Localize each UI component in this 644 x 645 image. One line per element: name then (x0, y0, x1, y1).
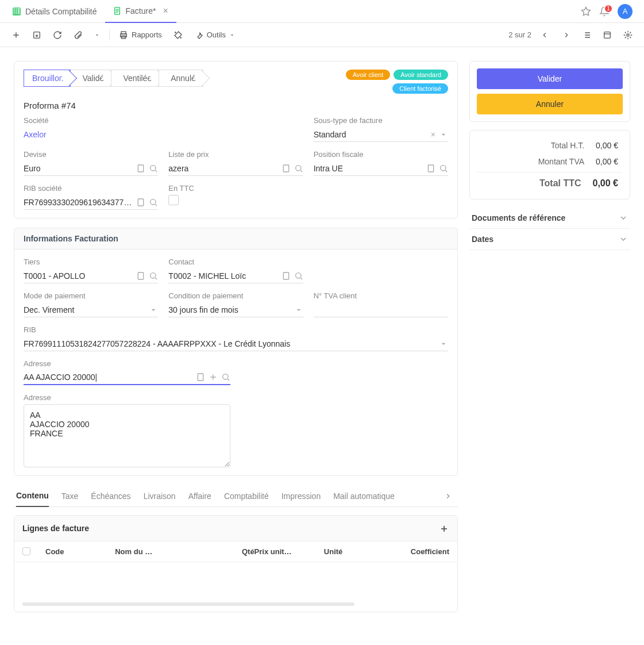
en-ttc-checkbox[interactable] (168, 195, 179, 205)
doc-icon[interactable] (426, 164, 435, 173)
mode-select[interactable]: Dec. Virement (24, 302, 158, 317)
pager-prev[interactable] (536, 28, 553, 43)
status-ventilee[interactable]: Ventilée (111, 70, 159, 87)
cond-select[interactable]: 30 jours fin de mois (168, 302, 303, 317)
societe-value[interactable]: Axelor (24, 127, 303, 142)
svg-rect-17 (138, 272, 144, 279)
notifications-button[interactable]: 1 (599, 6, 610, 17)
contact-input[interactable]: T0002 - MICHEL Loïc (168, 268, 303, 283)
more-dropdown[interactable] (90, 29, 105, 41)
pager: 2 sur 2 (508, 28, 575, 43)
status-brouillon[interactable]: Brouillon (24, 70, 71, 87)
chevron-down-icon (229, 32, 235, 38)
cond-label: Condition de paiement (168, 291, 303, 300)
search-icon[interactable] (221, 373, 230, 382)
position-input[interactable]: Intra UE (314, 161, 448, 176)
svg-rect-19 (283, 272, 288, 279)
doc-icon[interactable] (136, 164, 145, 173)
badges: Avoir client Avoir standard Client facto… (299, 70, 448, 94)
accordion-documents[interactable]: Documents de référence (469, 208, 630, 229)
total-tva-value: 0,00 € (596, 157, 618, 166)
search-icon[interactable] (294, 271, 303, 281)
annuler-button[interactable]: Annuler (477, 94, 623, 114)
status-steps: Brouillon Validé Ventilée Annulé (24, 70, 203, 87)
avatar[interactable]: A (618, 4, 633, 19)
doc-icon[interactable] (281, 164, 291, 173)
doc-icon[interactable] (281, 271, 291, 281)
status-annule[interactable]: Annulé (159, 70, 203, 87)
reports-button[interactable]: Rapports (114, 27, 167, 43)
tools-dropdown[interactable]: Outils (190, 27, 240, 43)
societe-label: Société (24, 116, 303, 125)
add-line-button[interactable]: ＋ (439, 521, 449, 535)
position-label: Position fiscale (314, 150, 448, 159)
rib-soc-input[interactable]: FR76993330209619634377… (24, 195, 158, 210)
tab-facture[interactable]: Facture* × (105, 0, 176, 23)
search-icon[interactable] (149, 198, 158, 207)
gear-icon (623, 30, 633, 40)
doc-icon[interactable] (196, 373, 205, 382)
form-view-button[interactable] (598, 27, 616, 43)
adresse-textarea[interactable]: AA AJACCIO 20000 FRANCE (24, 404, 230, 467)
badge-client-factorise[interactable]: Client factorisé (392, 83, 448, 94)
subtab-affaire[interactable]: Affaire (188, 486, 211, 506)
printer-icon (119, 30, 128, 40)
adresse2-label: Adresse (24, 393, 448, 402)
rib-select[interactable]: FR76991110531824277057228224 - AAAAFRPPX… (24, 336, 448, 351)
subtab-impression[interactable]: Impression (281, 486, 321, 506)
close-icon[interactable]: × (163, 6, 168, 16)
svg-rect-11 (283, 165, 288, 172)
doc-icon[interactable] (136, 198, 145, 207)
liste-prix-label: Liste de prix (168, 150, 303, 159)
save-button[interactable] (28, 27, 46, 43)
notification-badge: 1 (604, 4, 613, 13)
accordion-dates[interactable]: Dates (469, 229, 630, 250)
svg-point-8 (627, 34, 629, 36)
lines-table-header: Code Nom du … Qté Prix unit… Unité Coeff… (14, 542, 457, 562)
rib-label: RIB (24, 325, 448, 334)
mode-label: Mode de paiement (24, 291, 158, 300)
star-icon[interactable] (581, 6, 591, 17)
select-all-checkbox[interactable] (22, 547, 30, 555)
tabs-bar: Détails Comptabilité Facture* × 1 A (0, 0, 644, 23)
search-icon[interactable] (439, 164, 448, 173)
col-prix: Prix unit… (254, 547, 324, 556)
attach-button[interactable] (69, 27, 87, 43)
pager-next[interactable] (558, 28, 575, 43)
col-coef: Coefficient (380, 547, 449, 556)
subtab-mail[interactable]: Mail automatique (333, 486, 395, 506)
subtab-contenu[interactable]: Contenu (16, 485, 49, 507)
rib-soc-label: RIB société (24, 184, 158, 193)
horizontal-scrollbar[interactable] (22, 602, 354, 606)
tva-label: N° TVA client (314, 291, 448, 300)
subtab-echeances[interactable]: Échéances (91, 486, 130, 506)
badge-avoir-client[interactable]: Avoir client (346, 70, 391, 80)
tva-input[interactable] (314, 302, 448, 317)
refresh-button[interactable] (48, 27, 67, 43)
sous-type-select[interactable]: Standard× (314, 127, 448, 142)
svg-point-16 (151, 199, 156, 204)
en-ttc-label: En TTC (168, 184, 303, 193)
search-icon[interactable] (149, 164, 158, 173)
doc-icon[interactable] (136, 271, 145, 281)
subtab-livraison[interactable]: Livraison (144, 486, 176, 506)
devise-input[interactable]: Euro (24, 161, 158, 176)
svg-point-10 (151, 165, 156, 170)
magic-button[interactable] (169, 27, 187, 43)
tab-details-compta[interactable]: Détails Comptabilité (5, 0, 105, 23)
liste-prix-input[interactable]: azera (168, 161, 303, 176)
tiers-input[interactable]: T0001 - APOLLO (24, 268, 158, 283)
total-tva-label: Montant TVA (481, 157, 584, 166)
subtab-compta[interactable]: Comptabilité (224, 486, 269, 506)
adresse-input[interactable]: AA AJACCIO 20000| (24, 370, 230, 385)
settings-button[interactable] (619, 27, 637, 43)
valider-button[interactable]: Valider (477, 68, 623, 89)
search-icon[interactable] (294, 164, 303, 173)
list-view-button[interactable] (577, 27, 596, 43)
new-button[interactable] (7, 27, 25, 43)
subtab-taxe[interactable]: Taxe (61, 486, 79, 506)
plus-icon[interactable] (209, 373, 218, 382)
badge-avoir-standard[interactable]: Avoir standard (394, 70, 448, 80)
subtab-scroll-right[interactable] (441, 486, 456, 506)
search-icon[interactable] (149, 271, 158, 281)
